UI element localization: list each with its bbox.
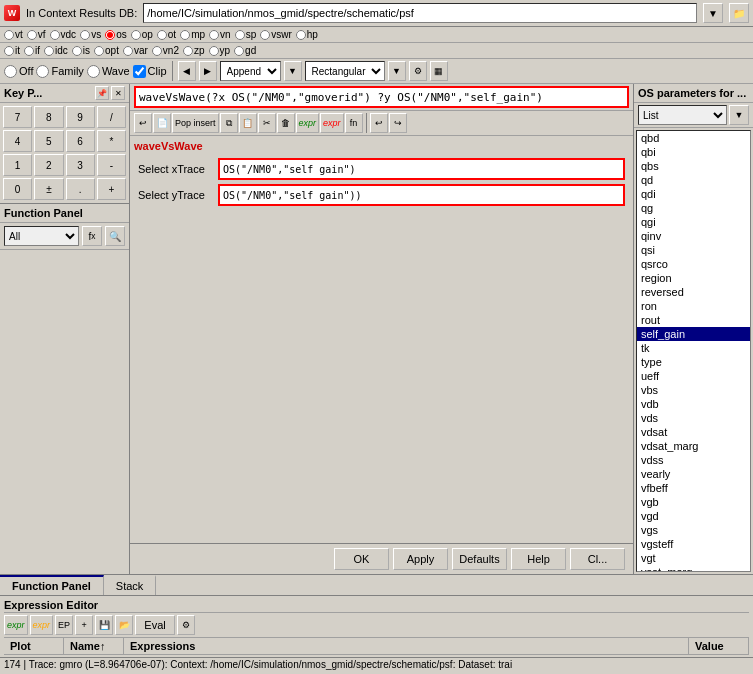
calc-key-sub[interactable]: - xyxy=(97,154,126,176)
x-trace-input[interactable] xyxy=(218,158,625,180)
radio-vn[interactable]: vn xyxy=(209,29,231,40)
calc-pin-btn[interactable]: 📌 xyxy=(95,86,109,100)
clip-checkbox[interactable] xyxy=(133,65,146,78)
func-filter-icon-btn[interactable]: fx xyxy=(82,226,102,246)
radio-family[interactable] xyxy=(36,65,49,78)
undo-btn[interactable]: ↩ xyxy=(134,113,152,133)
list-item[interactable]: vdsat xyxy=(637,425,750,439)
list-item[interactable]: qbi xyxy=(637,145,750,159)
calc-key-plusminus[interactable]: ± xyxy=(34,178,63,200)
calc-key-8[interactable]: 8 xyxy=(34,106,63,128)
radio-op[interactable]: op xyxy=(131,29,153,40)
list-item-selected[interactable]: self_gain xyxy=(637,327,750,341)
db-dropdown-btn[interactable]: ▼ xyxy=(703,3,723,23)
list-item[interactable]: vdss xyxy=(637,453,750,467)
list-item[interactable]: qinv xyxy=(637,229,750,243)
right-filter-dropdown-btn[interactable]: ▼ xyxy=(729,105,749,125)
close-button[interactable]: Cl... xyxy=(570,548,625,570)
list-item[interactable]: reversed xyxy=(637,285,750,299)
expr2-icon-btn[interactable]: expr xyxy=(320,113,344,133)
expr-orange-btn[interactable]: expr xyxy=(30,615,54,635)
open-expr-btn[interactable]: 📂 xyxy=(115,615,133,635)
list-item[interactable]: region xyxy=(637,271,750,285)
expr-green-btn[interactable]: expr xyxy=(4,615,28,635)
list-item[interactable]: vgd xyxy=(637,509,750,523)
list-item[interactable]: ueff xyxy=(637,369,750,383)
apply-button[interactable]: Apply xyxy=(393,548,448,570)
radio-vn2[interactable]: vn2 xyxy=(152,45,179,56)
append-dropdown-btn[interactable]: ▼ xyxy=(284,61,302,81)
radio-yp[interactable]: yp xyxy=(209,45,231,56)
radio-mp[interactable]: mp xyxy=(180,29,205,40)
list-item[interactable]: vgb xyxy=(637,495,750,509)
ep-btn[interactable]: EP xyxy=(55,615,73,635)
settings2-btn[interactable]: ⚙ xyxy=(177,615,195,635)
help-button[interactable]: Help xyxy=(511,548,566,570)
save-expr-btn[interactable]: 💾 xyxy=(95,615,113,635)
open-btn[interactable]: 📄 xyxy=(153,113,171,133)
grid-btn[interactable]: ▦ xyxy=(430,61,448,81)
calc-key-9[interactable]: 9 xyxy=(66,106,95,128)
radio-wave[interactable] xyxy=(87,65,100,78)
list-item[interactable]: ron xyxy=(637,299,750,313)
list-item[interactable]: vgs xyxy=(637,523,750,537)
redo-btn[interactable]: ↪ xyxy=(389,113,407,133)
defaults-button[interactable]: Defaults xyxy=(452,548,507,570)
radio-ot[interactable]: ot xyxy=(157,29,176,40)
radio-vt[interactable]: vt xyxy=(4,29,23,40)
y-trace-input[interactable] xyxy=(218,184,625,206)
ok-button[interactable]: OK xyxy=(334,548,389,570)
append-select[interactable]: Append xyxy=(220,61,281,81)
eval-button[interactable]: Eval xyxy=(135,615,175,635)
list-item[interactable]: rout xyxy=(637,313,750,327)
radio-it[interactable]: it xyxy=(4,45,20,56)
arrow-left-btn[interactable]: ◀ xyxy=(178,61,196,81)
expr-input[interactable] xyxy=(134,86,629,108)
expr-icon-btn[interactable]: expr xyxy=(296,113,320,133)
list-item[interactable]: qsrco xyxy=(637,257,750,271)
right-filter-select[interactable]: List xyxy=(638,105,727,125)
delete-btn[interactable]: 🗑 xyxy=(277,113,295,133)
radio-if[interactable]: if xyxy=(24,45,40,56)
list-item[interactable]: qdi xyxy=(637,187,750,201)
list-item[interactable]: vgsteff xyxy=(637,537,750,551)
tab-stack[interactable]: Stack xyxy=(104,575,157,595)
list-item[interactable]: vbs xyxy=(637,383,750,397)
calc-key-dot[interactable]: . xyxy=(66,178,95,200)
rectangular-dropdown-btn[interactable]: ▼ xyxy=(388,61,406,81)
list-item[interactable]: vfbeff xyxy=(637,481,750,495)
add-expr-btn[interactable]: + xyxy=(75,615,93,635)
calc-key-4[interactable]: 4 xyxy=(3,130,32,152)
calc-key-2[interactable]: 2 xyxy=(34,154,63,176)
calc-key-mul[interactable]: * xyxy=(97,130,126,152)
radio-is[interactable]: is xyxy=(72,45,90,56)
list-item[interactable]: qbd xyxy=(637,131,750,145)
list-item[interactable]: vdsat_marg xyxy=(637,439,750,453)
calc-key-3[interactable]: 3 xyxy=(66,154,95,176)
arrow-right-btn[interactable]: ▶ xyxy=(199,61,217,81)
radio-idc[interactable]: idc xyxy=(44,45,68,56)
calc-close-btn[interactable]: ✕ xyxy=(111,86,125,100)
rectangular-select[interactable]: Rectangular xyxy=(305,61,385,81)
radio-vs[interactable]: vs xyxy=(80,29,101,40)
tab-function-panel[interactable]: Function Panel xyxy=(0,575,104,595)
list-item[interactable]: qd xyxy=(637,173,750,187)
calc-key-5[interactable]: 5 xyxy=(34,130,63,152)
radio-vdc[interactable]: vdc xyxy=(50,29,77,40)
func-filter-select[interactable]: All xyxy=(4,226,79,246)
list-item[interactable]: vdb xyxy=(637,397,750,411)
fn-btn[interactable]: fn xyxy=(345,113,363,133)
list-item[interactable]: qbs xyxy=(637,159,750,173)
radio-vf[interactable]: vf xyxy=(27,29,46,40)
radio-var[interactable]: var xyxy=(123,45,148,56)
list-item[interactable]: vearly xyxy=(637,467,750,481)
radio-opt[interactable]: opt xyxy=(94,45,119,56)
list-item[interactable]: vds xyxy=(637,411,750,425)
cut-btn[interactable]: ✂ xyxy=(258,113,276,133)
list-item[interactable]: qg xyxy=(637,201,750,215)
db-browse-btn[interactable]: 📁 xyxy=(729,3,749,23)
list-item[interactable]: qsi xyxy=(637,243,750,257)
list-item[interactable]: qgi xyxy=(637,215,750,229)
radio-gd[interactable]: gd xyxy=(234,45,256,56)
radio-sp[interactable]: sp xyxy=(235,29,257,40)
